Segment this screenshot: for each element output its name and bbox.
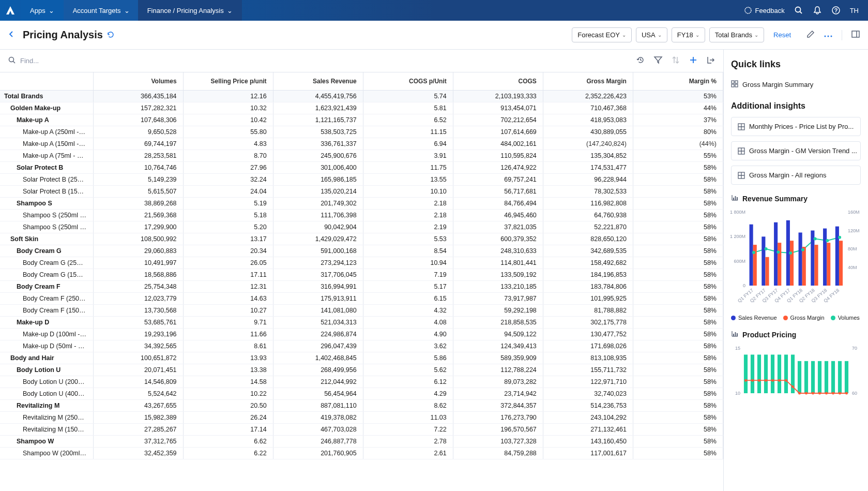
table-row[interactable]: Shampoo W (200ml -...32,452,3596.22201,7… xyxy=(0,448,723,459)
cell[interactable]: 84,759,288 xyxy=(453,448,543,459)
cell[interactable]: 3.91 xyxy=(363,150,453,162)
cell[interactable]: 171,698,026 xyxy=(543,340,633,352)
cell[interactable]: Solar Protect B xyxy=(0,162,93,174)
cell[interactable]: 80% xyxy=(633,126,723,138)
cell[interactable]: 5.17 xyxy=(363,281,453,293)
table-row[interactable]: Shampoo S (250ml -...17,299,9005.2090,04… xyxy=(0,221,723,233)
cell[interactable]: 9,650,528 xyxy=(93,126,183,138)
cell[interactable]: 4.08 xyxy=(363,317,453,329)
cell[interactable]: 13.93 xyxy=(183,352,273,364)
cell[interactable]: 56,454,964 xyxy=(273,388,363,400)
cell[interactable]: 13.55 xyxy=(363,174,453,186)
cell[interactable]: 1,402,468,845 xyxy=(273,352,363,364)
cell[interactable]: 135,304,852 xyxy=(543,150,633,162)
cell[interactable]: 5.86 xyxy=(363,352,453,364)
refresh-icon[interactable] xyxy=(107,29,114,41)
table-row[interactable]: Make-up D53,685,7619.71521,034,3134.0821… xyxy=(0,317,723,329)
table-row[interactable]: Make-up D (50ml - FR)34,392,5658.61296,0… xyxy=(0,340,723,352)
table-row[interactable]: Solar Protect B (250ml ...5,149,23932.24… xyxy=(0,174,723,186)
cell[interactable]: 158,492,682 xyxy=(543,257,633,269)
cell[interactable]: 27,285,267 xyxy=(93,424,183,436)
cell[interactable]: 53% xyxy=(633,91,723,102)
table-row[interactable]: Body Cream F (250ml -...12,023,77914.631… xyxy=(0,293,723,305)
history-icon[interactable] xyxy=(636,56,645,66)
cell[interactable]: 133,210,185 xyxy=(453,281,543,293)
cell[interactable]: 15,982,389 xyxy=(93,412,183,424)
cell[interactable]: Shampoo W xyxy=(0,436,93,448)
cell[interactable]: 813,108,935 xyxy=(543,352,633,364)
cell[interactable]: 122,971,710 xyxy=(543,376,633,388)
cell[interactable]: 32.24 xyxy=(183,174,273,186)
cell[interactable]: 27.96 xyxy=(183,162,273,174)
cell[interactable]: 112,788,224 xyxy=(453,364,543,376)
cell[interactable]: 4.32 xyxy=(363,305,453,317)
cell[interactable]: 55% xyxy=(633,150,723,162)
table-row[interactable]: Revitalizing M (250ml -...15,982,38926.2… xyxy=(0,412,723,424)
table-row[interactable]: Make-up D (100ml - FR)19,293,19611.66224… xyxy=(0,329,723,340)
column-header[interactable]: COGS xyxy=(453,72,543,91)
cell[interactable]: 246,887,778 xyxy=(273,436,363,448)
cell[interactable]: 58% xyxy=(633,198,723,210)
reset-button[interactable]: Reset xyxy=(773,31,791,39)
cell[interactable]: 58% xyxy=(633,186,723,198)
cell[interactable]: 17.14 xyxy=(183,424,273,436)
cell[interactable]: 6.15 xyxy=(363,293,453,305)
cell[interactable]: 591,000,168 xyxy=(273,245,363,257)
nav-account-targets[interactable]: Account Targets ⌄ xyxy=(64,0,144,21)
cell[interactable]: 10.32 xyxy=(183,102,273,114)
cell[interactable]: 10.10 xyxy=(363,186,453,198)
cell[interactable]: Shampoo S (250ml -... xyxy=(0,221,93,233)
selector-1[interactable]: USA⌄ xyxy=(636,27,667,42)
cell[interactable]: 366,435,184 xyxy=(93,91,183,102)
table-row[interactable]: Body Cream G29,060,88320.34591,000,1688.… xyxy=(0,245,723,257)
cell[interactable]: 14.63 xyxy=(183,293,273,305)
cell[interactable]: 218,858,535 xyxy=(453,317,543,329)
cell[interactable]: 73,917,987 xyxy=(453,293,543,305)
cell[interactable]: Body Lotion U (400ml -... xyxy=(0,388,93,400)
cell[interactable]: 107,614,669 xyxy=(453,126,543,138)
cell[interactable]: 101,995,925 xyxy=(543,293,633,305)
table-row[interactable]: Shampoo S (250ml - Dr...21,569,3685.1811… xyxy=(0,210,723,221)
cell[interactable]: Solar Protect B (250ml ... xyxy=(0,174,93,186)
back-button[interactable] xyxy=(5,29,18,41)
cell[interactable]: 130,477,752 xyxy=(543,329,633,340)
cell[interactable]: 103,727,328 xyxy=(453,436,543,448)
cell[interactable]: 5,524,642 xyxy=(93,388,183,400)
cell[interactable]: 58% xyxy=(633,436,723,448)
table-row[interactable]: Body Cream G (250ml -...10,491,99726.052… xyxy=(0,257,723,269)
cell[interactable]: 9.71 xyxy=(183,317,273,329)
cell[interactable]: 201,749,302 xyxy=(273,198,363,210)
cell[interactable]: 1,623,921,439 xyxy=(273,102,363,114)
cell[interactable]: 183,784,806 xyxy=(543,281,633,293)
cell[interactable]: 114,801,441 xyxy=(453,257,543,269)
table-row[interactable]: Golden Make-up157,282,32110.321,623,921,… xyxy=(0,102,723,114)
table-row[interactable]: Shampoo S38,869,2685.19201,749,3022.1884… xyxy=(0,198,723,210)
selector-2[interactable]: FY18⌄ xyxy=(672,27,705,42)
app-logo[interactable] xyxy=(0,0,21,21)
cell[interactable]: 6.22 xyxy=(183,448,273,459)
cell[interactable]: 301,006,400 xyxy=(273,162,363,174)
cell[interactable]: 11.03 xyxy=(363,412,453,424)
cell[interactable]: 100,651,872 xyxy=(93,352,183,364)
cell[interactable]: 37,821,035 xyxy=(453,221,543,233)
cell[interactable]: 11.75 xyxy=(363,162,453,174)
cell[interactable]: 4.83 xyxy=(183,138,273,150)
cell[interactable]: 58% xyxy=(633,245,723,257)
cell[interactable]: 69,744,197 xyxy=(93,138,183,150)
cell[interactable]: 4.29 xyxy=(363,388,453,400)
cell[interactable]: 2.78 xyxy=(363,436,453,448)
table-row[interactable]: Revitalizing M43,267,65520.50887,081,110… xyxy=(0,400,723,412)
cell[interactable]: 6.52 xyxy=(363,114,453,126)
cell[interactable]: 14.58 xyxy=(183,376,273,388)
cell[interactable]: 268,499,956 xyxy=(273,364,363,376)
cell[interactable]: 20.34 xyxy=(183,245,273,257)
cell[interactable]: 224,986,874 xyxy=(273,329,363,340)
table-row[interactable]: Make-up A (250ml - FR)9,650,52855.80538,… xyxy=(0,126,723,138)
cell[interactable]: 32,740,023 xyxy=(543,388,633,400)
cell[interactable]: 10.22 xyxy=(183,388,273,400)
cell[interactable]: 21,569,368 xyxy=(93,210,183,221)
quicklink-gross-margin-summary[interactable]: Gross Margin Summary xyxy=(731,77,861,92)
cell[interactable]: 419,378,082 xyxy=(273,412,363,424)
cell[interactable]: 107,648,306 xyxy=(93,114,183,126)
cell[interactable]: 25,754,348 xyxy=(93,281,183,293)
